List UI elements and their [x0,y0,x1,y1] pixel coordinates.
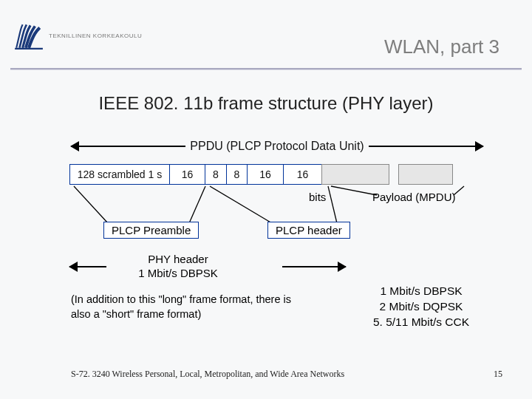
svg-line-4 [328,186,337,223]
rate-2: 2 Mbit/s DQPSK [380,300,463,313]
field-length: 16 [247,164,284,185]
svg-line-3 [210,186,272,223]
format-note: (In addition to this "long" frame format… [71,293,307,321]
slide: Teknillinen Korkeakoulu WLAN, part 3 IEE… [0,0,532,399]
arrow-right-icon [282,266,346,267]
institution-name: Teknillinen Korkeakoulu [49,33,142,39]
footer-course: S-72. 3240 Wireless Personal, Local, Met… [71,369,344,380]
phy-header-extent: PHY header 1 Mbit/s DBPSK [71,253,285,288]
ppdu-label: PPDU (PLCP Protocol Data Unit) [185,140,368,153]
field-payload-b [398,164,453,185]
field-signal: 8 [205,164,227,185]
arrow-left-icon [71,146,185,147]
rate-1: 1 Mbit/s DBPSK [380,284,462,297]
ppdu-extent-arrow: PPDU (PLCP Protocol Data Unit) [71,137,483,155]
header-divider [10,68,522,70]
field-sync: 128 scrambled 1 s [69,164,170,185]
arrow-right-icon [369,146,483,147]
frame-fields: 128 scrambled 1 s 16 8 8 16 16 [69,164,453,185]
payload-label: Payload (MPDU) [372,191,456,203]
page-number: 15 [494,369,502,380]
phy-header-text: PHY header 1 Mbit/s DBPSK [71,253,285,281]
institution-logo: Teknillinen Korkeakoulu [13,13,161,58]
field-sfd: 16 [169,164,206,185]
page-title: IEEE 802. 11b frame structure (PHY layer… [0,93,532,114]
field-service: 8 [226,164,248,185]
phy-line1: PHY header [148,253,208,265]
header-title: WLAN, part 3 [384,35,499,58]
svg-line-2 [189,186,205,223]
fan-logo-icon [13,20,44,51]
payload-gap [389,164,398,185]
field-payload-a [321,164,389,185]
payload-rates: 1 Mbit/s DBPSK 2 Mbit/s DQPSK 5. 5/11 Mb… [347,284,495,330]
header: Teknillinen Korkeakoulu WLAN, part 3 [0,0,532,66]
field-crc: 16 [283,164,323,185]
plcp-header-box: PLCP header [267,222,350,239]
svg-line-1 [74,186,108,223]
footer: S-72. 3240 Wireless Personal, Local, Met… [71,369,502,380]
bits-label: bits [309,191,326,203]
rate-3: 5. 5/11 Mbit/s CCK [373,316,469,328]
plcp-preamble-box: PLCP Preamble [103,222,199,239]
svg-line-5 [331,186,377,195]
phy-line2: 1 Mbit/s DBPSK [138,267,218,279]
